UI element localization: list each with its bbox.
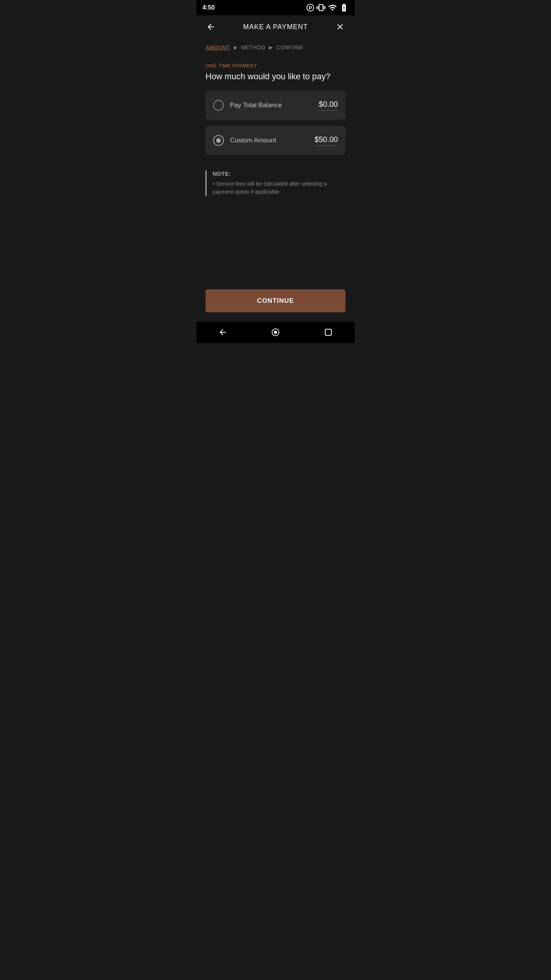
step-indicator: AMOUNT ▶ METHOD ▶ CONFIRM [196,38,355,57]
section-question: How much would you like to pay? [205,72,346,82]
bottom-navigation [196,322,355,343]
battery-icon [339,3,349,12]
continue-button[interactable]: CONTINUE [205,289,346,312]
spacer [205,205,346,277]
custom-amount-value: $50.00 [315,135,338,146]
parking-icon: P [306,4,314,11]
custom-amount-option[interactable]: Custom Amount $50.00 [205,126,346,155]
svg-rect-2 [325,329,331,335]
status-time: 4:50 [202,4,215,11]
status-icons: P [306,3,349,12]
step-arrow-1: ▶ [234,45,237,50]
wifi-icon [328,3,337,12]
header: MAKE A PAYMENT [196,15,355,38]
close-button[interactable] [332,19,349,34]
nav-back-button[interactable] [209,325,236,340]
close-icon [336,22,345,31]
back-button[interactable] [202,19,219,34]
nav-back-icon [218,328,227,337]
note-border [205,170,207,196]
radio-inner-dot [216,138,221,143]
note-title: NOTE: [213,170,346,177]
step-method[interactable]: METHOD [241,44,266,51]
svg-point-1 [274,331,277,334]
content: ONE TIME PAYMENT How much would you like… [196,57,355,283]
nav-home-button[interactable] [262,325,289,340]
note-text: • Service fees will be calculated after … [213,180,346,196]
vibrate-icon [316,3,326,12]
step-amount[interactable]: AMOUNT [205,44,230,51]
radio-custom-amount [213,135,224,146]
nav-recent-icon [324,328,333,337]
section-label: ONE TIME PAYMENT [205,63,346,69]
page-title: MAKE A PAYMENT [219,23,332,31]
total-balance-amount: $0.00 [319,100,338,111]
total-balance-label: Pay Total Balance [230,101,319,109]
note-section: NOTE: • Service fees will be calculated … [205,170,346,196]
step-arrow-2: ▶ [269,45,272,50]
custom-amount-label: Custom Amount [230,137,315,144]
nav-recent-button[interactable] [315,325,342,340]
back-icon [206,22,215,31]
nav-home-icon [271,328,280,337]
radio-total-balance [213,100,224,111]
note-content: NOTE: • Service fees will be calculated … [213,170,346,196]
pay-total-balance-option[interactable]: Pay Total Balance $0.00 [205,91,346,120]
status-bar: 4:50 P [196,0,355,15]
step-confirm[interactable]: CONFIRM [276,44,303,51]
